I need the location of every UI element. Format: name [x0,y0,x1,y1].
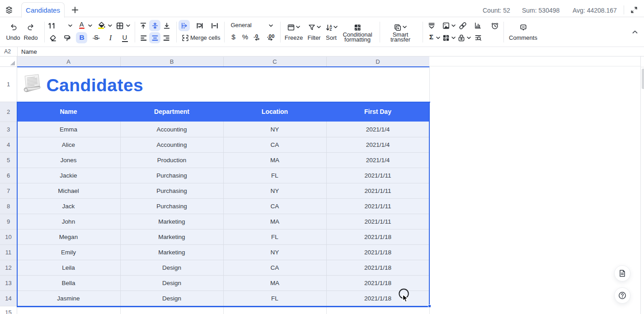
svg-text:Z: Z [329,28,332,32]
